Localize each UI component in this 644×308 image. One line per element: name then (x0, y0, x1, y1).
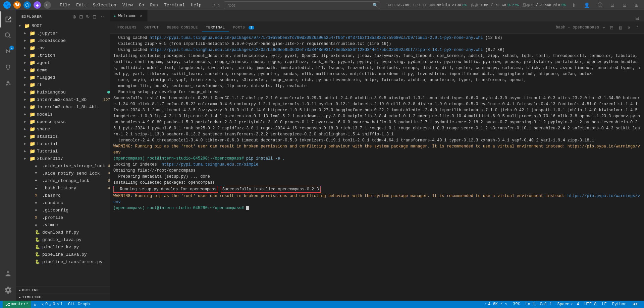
terminal-area[interactable]: Using cached https://pypi.tuna.tsinghua.… (110, 34, 644, 301)
timeline-section[interactable]: ▶ TIMELINE (16, 294, 110, 301)
tree-root[interactable]: ▼ 📁 ROOT (16, 22, 110, 29)
tree-item-modelscope[interactable]: ▶📁.modelscope (16, 37, 110, 44)
menu-edit[interactable]: Edit (73, 2, 89, 8)
panel-tab-problems[interactable]: PROBLEMS (113, 23, 141, 32)
info-icon[interactable]: ⓘ (596, 1, 604, 9)
tab-welcome-close[interactable]: ✕ (139, 13, 144, 18)
tree-item-pipeline-transformer[interactable]: 🐍pipeline_transformer.py (16, 258, 110, 265)
close-panel-button[interactable]: ✕ (626, 24, 632, 31)
refresh-button[interactable]: ↻ (85, 13, 91, 20)
tree-root-label: ROOT (32, 23, 110, 28)
menu-help[interactable]: Help (188, 2, 204, 8)
branch-status[interactable]: ⎇ master* (3, 301, 31, 308)
sync-status[interactable]: ↻ (31, 301, 39, 308)
tree-item-pipeline-llava[interactable]: 🐍pipeline_llava.py (16, 251, 110, 258)
tree-item-pipeline-kv[interactable]: 🐍pipeline_kv.py (16, 243, 110, 251)
line-ending[interactable]: LF (599, 301, 609, 308)
activity-debug[interactable] (0, 60, 16, 76)
new-file-button[interactable]: ⊕ (72, 13, 77, 20)
back-button[interactable]: ‹ (212, 1, 217, 9)
tree-item-bash-history[interactable]: ≡.bash_historyU (16, 184, 110, 192)
tree-item-agent[interactable]: ▶📁agent (16, 59, 110, 66)
tree-item-opencompass[interactable]: ▶📁opencompass (16, 118, 110, 125)
kill-terminal-button[interactable]: 🗑 (617, 24, 624, 31)
split-editor-button[interactable]: ⊟ (633, 15, 641, 21)
maximize-icon[interactable]: ⊞ (633, 2, 641, 8)
panel-tab-ports[interactable]: PORTS 1 (229, 23, 258, 32)
tree-item-bashrc[interactable]: $.bashrc (16, 192, 110, 199)
tree-item-profile[interactable]: $.profile (16, 214, 110, 221)
tree-item-gitconfig[interactable]: ≡.gitconfig (16, 206, 110, 214)
line-col[interactable]: Ln 1, Col 1 (523, 301, 554, 308)
layout-toggle-left[interactable]: ⊡ (608, 2, 616, 8)
new-folder-button[interactable]: ⊡ (78, 13, 84, 20)
cpu-usage[interactable]: 39% (510, 301, 523, 308)
activity-git[interactable]: 1 (0, 44, 16, 60)
network-speed[interactable]: ↑ 4.6K / s (482, 301, 510, 308)
gpu-stat: GPU-1: 30% Nvidia A100 0% (413, 3, 467, 7)
tree-item-vimrc[interactable]: ≡.vimrc (16, 221, 110, 229)
menu-selection[interactable]: Selection (90, 2, 119, 8)
tree-item-tutorial-upper[interactable]: ▶📁Tutorial (16, 147, 110, 155)
ai-badge[interactable]: AI (629, 301, 641, 308)
activity-extensions[interactable] (0, 76, 16, 92)
mem-label: 内存 (471, 3, 478, 8)
forward-button[interactable]: › (217, 1, 221, 9)
account-icon[interactable]: 👤 (582, 2, 592, 8)
tree-item-ft[interactable]: ▶📁ft (16, 81, 110, 88)
term-line-12: Installing collected packages: opencompa… (113, 180, 641, 186)
activity-account[interactable] (0, 266, 16, 282)
tree-item-stastics[interactable]: ▶📁stastics (16, 133, 110, 140)
tab-welcome[interactable]: ✦ Welcome ✕ (110, 10, 148, 21)
activity-search[interactable] (0, 27, 16, 44)
menu-go[interactable]: Go (136, 2, 147, 8)
spaces[interactable]: Spaces: 4 (555, 301, 582, 308)
add-terminal-button[interactable]: + (601, 24, 606, 31)
split-terminal-button[interactable]: ⊟ (608, 24, 615, 31)
menu-view[interactable]: View (120, 2, 136, 8)
more-actions-button[interactable]: ⋯ (99, 13, 105, 20)
tree-item-xtuner[interactable]: ▶📁xtuner0117 (16, 155, 110, 162)
outline-section[interactable]: ▶ OUTLINE (16, 287, 110, 294)
tree-item-jupyter[interactable]: ▶📁.jupyter (16, 29, 110, 37)
upload-icon[interactable]: ⬆ (570, 2, 578, 8)
menu-file[interactable]: File (57, 2, 73, 8)
tree-item-aide-notify[interactable]: ≡.aide_notify_send_lockU (16, 170, 110, 177)
git-graph-status[interactable]: Git Graph (65, 301, 93, 308)
activity-explorer[interactable] (0, 11, 16, 27)
tree-item-aide-storage[interactable]: ≡.aide_storage_lockU (16, 177, 110, 184)
tree-item-share[interactable]: ▶📁share (16, 125, 110, 133)
network-icon: ↑ (485, 302, 487, 307)
tree-item-tutorial-lower[interactable]: ▶📁tutorial (16, 140, 110, 147)
tree-item-flagged[interactable]: ▶📁flagged (16, 74, 110, 81)
encoding[interactable]: UTF-8 (582, 301, 599, 308)
tree-item-condarc[interactable]: ≡.condarc (16, 199, 110, 206)
panel-tab-output[interactable]: OUTPUT (141, 23, 163, 32)
tree-item-download-hf[interactable]: 🐍download_hf.py (16, 229, 110, 236)
panel-tab-terminal[interactable]: TERMINAL (202, 23, 229, 32)
tab-bar: ✦ Welcome ✕ ⊟ (110, 10, 644, 22)
tree-item-internlm2-4bit[interactable]: ▶📁internlm2-chat-1_8b-4bit (16, 103, 110, 111)
menu-run[interactable]: Run (147, 2, 160, 8)
timeline-label: TIMELINE (22, 295, 41, 299)
tree-item-internlm2[interactable]: ▶📁 internlm2-chat-1_8b 267 (16, 96, 110, 103)
language-mode[interactable]: Python (609, 301, 629, 308)
tree-item-demo[interactable]: ▶📁demo (16, 66, 110, 74)
search-input[interactable] (224, 1, 380, 9)
layout-toggle-right[interactable]: ⊡ (621, 2, 629, 8)
tree-item-aide-drive[interactable]: ≡.aide_drive_storage_lockU (16, 162, 110, 170)
search-icon[interactable]: 🔍 (373, 3, 378, 8)
tree-item-triton[interactable]: ▶📁.triton (16, 52, 110, 59)
tree-item-gradio-llava[interactable]: 🐍gradio_llava.py (16, 236, 110, 243)
collapse-all-button[interactable]: ⊟ (92, 13, 97, 20)
tree-item-huixiangdou[interactable]: ▶📁 huixiangdou (16, 88, 110, 96)
panel-tab-debug[interactable]: DEBUG CONSOLE (163, 23, 202, 32)
maximize-panel-button[interactable]: ⌃ (634, 24, 641, 31)
error-status[interactable]: ✕ 0 ⚠ 0 ○ 1 (39, 301, 65, 308)
tree-item-models[interactable]: ▶📁models (16, 111, 110, 118)
activity-settings[interactable] (0, 282, 16, 298)
menu-terminal[interactable]: Terminal (161, 2, 187, 8)
tree-item-nv[interactable]: ▶📁.nv (16, 44, 110, 52)
status-bar-right: ↑ 4.6K / s 39% Ln 1, Col 1 Spaces: 4 UTF… (482, 301, 641, 308)
search-bar: ‹ › 🔍 (212, 1, 380, 9)
